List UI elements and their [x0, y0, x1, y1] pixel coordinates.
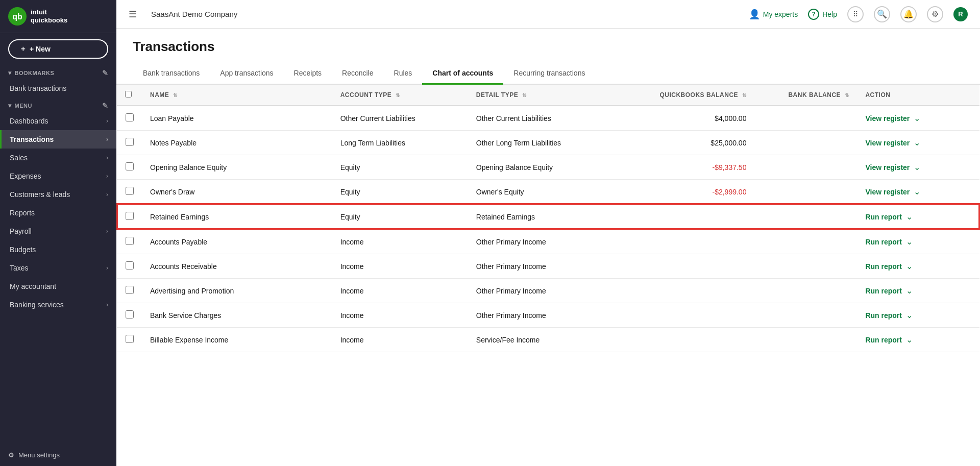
row-name: Accounts Receivable [142, 254, 332, 279]
row-checkbox[interactable] [126, 187, 134, 195]
menu-settings-label: Menu settings [18, 451, 60, 459]
action-chevron-icon[interactable]: ⌄ [914, 113, 920, 123]
col-header-bank-balance[interactable]: BANK BALANCE ⇅ [754, 85, 857, 106]
row-detail-type: Retained Earnings [468, 204, 618, 229]
hamburger-icon[interactable]: ☰ [129, 9, 137, 20]
run-report-button[interactable]: Run report [865, 311, 902, 320]
edit-bookmarks-icon[interactable]: ✎ [102, 69, 109, 77]
row-name: Owner's Draw [142, 180, 332, 205]
notifications-icon[interactable]: 🔔 [900, 6, 917, 22]
row-checkbox[interactable] [126, 113, 134, 121]
sidebar-item-label: Sales [10, 154, 28, 162]
action-chevron-icon[interactable]: ⌄ [906, 261, 913, 271]
col-account-type-label: ACCOUNT TYPE [340, 91, 392, 99]
tab-chart-of-accounts[interactable]: Chart of accounts [422, 63, 503, 85]
row-qb-balance [618, 279, 755, 303]
tab-receipts[interactable]: Receipts [284, 63, 332, 85]
action-chevron-icon[interactable]: ⌄ [914, 187, 920, 197]
run-report-button[interactable]: Run report [865, 238, 902, 246]
sidebar-item-sales[interactable]: Sales › [0, 149, 116, 167]
chevron-right-icon: › [106, 117, 108, 125]
row-qb-balance: -$9,337.50 [618, 155, 755, 180]
chevron-right-icon: › [106, 136, 108, 143]
tab-app-transactions[interactable]: App transactions [210, 63, 283, 85]
action-chevron-icon[interactable]: ⌄ [906, 286, 913, 296]
action-chevron-icon[interactable]: ⌄ [914, 138, 920, 148]
run-report-button[interactable]: Run report [865, 287, 902, 295]
row-checkbox-cell [117, 204, 142, 229]
view-register-button[interactable]: View register [865, 163, 910, 171]
action-chevron-icon[interactable]: ⌄ [906, 335, 913, 345]
action-chevron-icon[interactable]: ⌄ [906, 310, 913, 320]
tab-bank-transactions[interactable]: Bank transactions [133, 63, 210, 85]
sidebar-item-bank-transactions[interactable]: Bank transactions [0, 79, 116, 97]
accounts-table-container: NAME ⇅ ACCOUNT TYPE ⇅ DETAIL TYPE ⇅ QU [116, 85, 980, 466]
sidebar-item-customers-leads[interactable]: Customers & leads › [0, 185, 116, 204]
search-icon[interactable]: 🔍 [874, 6, 890, 22]
row-checkbox[interactable] [126, 310, 134, 318]
row-checkbox[interactable] [126, 138, 134, 146]
logo-area: qb intuitquickbooks [0, 0, 116, 33]
row-checkbox-cell [117, 328, 142, 352]
sidebar-item-my-accountant[interactable]: My accountant [0, 277, 116, 296]
col-header-detail-type[interactable]: DETAIL TYPE ⇅ [468, 85, 618, 106]
action-chevron-icon[interactable]: ⌄ [906, 212, 913, 222]
help-button[interactable]: ? Help [808, 9, 837, 20]
sidebar-item-taxes[interactable]: Taxes › [0, 259, 116, 277]
row-detail-type: Owner's Equity [468, 180, 618, 205]
sidebar-item-label: Transactions [10, 135, 54, 143]
view-register-button[interactable]: View register [865, 188, 910, 196]
row-checkbox[interactable] [126, 212, 134, 220]
sidebar-item-budgets[interactable]: Budgets [0, 240, 116, 259]
view-register-button[interactable]: View register [865, 114, 910, 122]
col-header-qb-balance[interactable]: QUICKBOOKS BALANCE ⇅ [618, 85, 755, 106]
tab-rules[interactable]: Rules [384, 63, 423, 85]
my-experts-button[interactable]: 👤 My experts [749, 9, 798, 20]
sidebar-item-expenses[interactable]: Expenses › [0, 167, 116, 185]
sort-icon-name: ⇅ [173, 92, 178, 98]
row-bank-balance [754, 328, 857, 352]
action-chevron-icon[interactable]: ⌄ [906, 237, 913, 247]
table-row: Retained Earnings Equity Retained Earnin… [117, 204, 979, 229]
table-row: Bank Service Charges Income Other Primar… [117, 303, 979, 328]
row-checkbox[interactable] [126, 335, 134, 343]
sidebar-item-payroll[interactable]: Payroll › [0, 222, 116, 240]
col-header-name[interactable]: NAME ⇅ [142, 85, 332, 106]
row-action-cell: View register ⌄ [857, 155, 979, 180]
apps-grid-icon[interactable]: ⠿ [847, 6, 864, 22]
col-header-account-type[interactable]: ACCOUNT TYPE ⇅ [332, 85, 468, 106]
table-header-row: NAME ⇅ ACCOUNT TYPE ⇅ DETAIL TYPE ⇅ QU [117, 85, 979, 106]
row-checkbox[interactable] [126, 237, 134, 245]
action-chevron-icon[interactable]: ⌄ [914, 162, 920, 172]
tab-reconcile[interactable]: Reconcile [332, 63, 383, 85]
sidebar-item-dashboards[interactable]: Dashboards › [0, 112, 116, 130]
bookmarks-section-header[interactable]: ▾ BOOKMARKS ✎ [0, 65, 116, 79]
sidebar-item-banking-services[interactable]: Banking services › [0, 296, 116, 314]
new-button[interactable]: ＋ + New [8, 39, 108, 59]
row-checkbox[interactable] [126, 162, 134, 170]
sidebar-item-transactions[interactable]: Transactions › [0, 130, 116, 149]
run-report-button[interactable]: Run report [865, 336, 902, 344]
sidebar-item-reports[interactable]: Reports [0, 204, 116, 222]
row-detail-type: Other Primary Income [468, 254, 618, 279]
select-all-checkbox[interactable] [125, 91, 132, 97]
menu-section-header[interactable]: ▾ MENU ✎ [0, 97, 116, 112]
run-report-button[interactable]: Run report [865, 213, 902, 221]
menu-settings[interactable]: ⚙ Menu settings [0, 444, 116, 466]
row-bank-balance [754, 254, 857, 279]
row-checkbox[interactable] [126, 261, 134, 269]
user-avatar[interactable]: R [953, 7, 968, 21]
row-name: Retained Earnings [142, 204, 332, 229]
chevron-right-icon: › [106, 228, 108, 235]
table-row: Loan Payable Other Current Liabilities O… [117, 106, 979, 131]
edit-menu-icon[interactable]: ✎ [102, 102, 109, 110]
plus-icon: ＋ [19, 44, 27, 54]
run-report-button[interactable]: Run report [865, 262, 902, 271]
sidebar-item-label: Customers & leads [10, 190, 70, 199]
chevron-right-icon: › [106, 191, 108, 198]
view-register-button[interactable]: View register [865, 139, 910, 147]
sidebar-item-label: Payroll [10, 227, 32, 235]
tab-recurring-transactions[interactable]: Recurring transactions [503, 63, 595, 85]
settings-icon[interactable]: ⚙ [927, 6, 943, 22]
row-checkbox[interactable] [126, 286, 134, 294]
